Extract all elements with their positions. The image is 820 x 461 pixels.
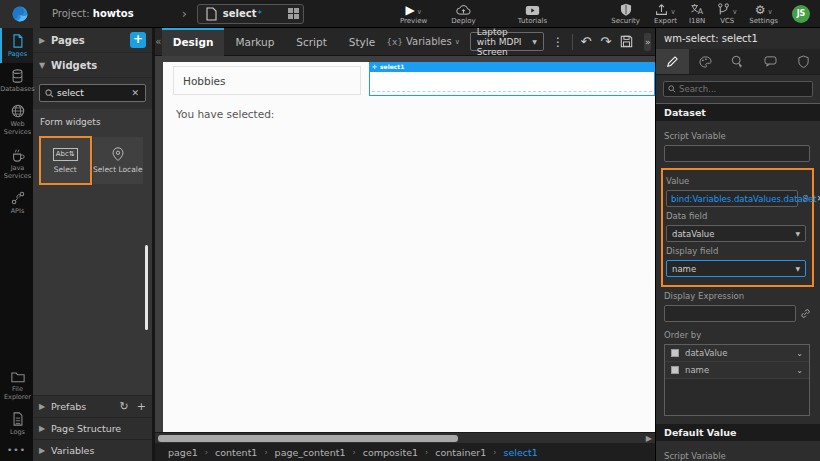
tab-events[interactable]: [722, 49, 755, 74]
user-avatar[interactable]: JS: [792, 5, 810, 23]
checkbox[interactable]: [671, 366, 679, 374]
refresh-icon[interactable]: ↻: [120, 400, 129, 413]
unsaved-indicator: *: [257, 9, 262, 19]
variables-icon: {x}: [386, 37, 403, 47]
tab-script[interactable]: Script: [285, 28, 337, 56]
order-by-row-name[interactable]: name ⌄: [665, 362, 809, 379]
add-page-button[interactable]: +: [130, 32, 146, 48]
expand-right-icon[interactable]: »: [644, 33, 651, 51]
breadcrumb-item[interactable]: page1: [168, 447, 198, 458]
breadcrumb-item[interactable]: page_content1: [275, 447, 346, 458]
clear-search-icon[interactable]: ✕: [131, 88, 145, 98]
select1-widget[interactable]: ✛ select1: [369, 62, 655, 96]
widget-tile-select[interactable]: Abc⇅ Select: [40, 137, 91, 184]
tab-design[interactable]: Design: [162, 28, 225, 56]
deploy-button[interactable]: Deploy: [451, 0, 476, 28]
bind-link-icon[interactable]: [800, 308, 811, 319]
widget-search-input[interactable]: [57, 88, 127, 98]
display-field-select[interactable]: name ▼: [666, 260, 806, 277]
page-canvas[interactable]: Hobbies ✛ select1 You have selected:: [163, 62, 655, 432]
chevron-down-icon[interactable]: ⌄: [796, 349, 803, 358]
checkbox[interactable]: [671, 349, 679, 357]
widget-tile-select-locale[interactable]: Select Locale: [93, 137, 144, 184]
widgets-section-header[interactable]: ▼ Widgets: [33, 53, 152, 78]
add-prefab-icon[interactable]: +: [137, 400, 146, 413]
location-pin-icon: [112, 147, 124, 161]
tab-style[interactable]: Style: [338, 28, 386, 56]
variables-section-header[interactable]: ▶ Variables: [33, 439, 152, 461]
data-field-label: Data field: [666, 211, 809, 221]
search-icon: [45, 89, 54, 98]
rail-item-file-explorer[interactable]: File Explorer: [0, 365, 33, 406]
undo-button[interactable]: ↶: [580, 34, 591, 49]
rail-item-web-services[interactable]: Web Services: [0, 98, 33, 141]
caret-right-icon: ▶: [39, 446, 51, 455]
i18n-button[interactable]: A I18N: [689, 0, 705, 28]
rail-item-apis[interactable]: APIs: [0, 185, 33, 220]
breadcrumb: page1 › content1 › page_content1 › compo…: [155, 443, 655, 461]
select1-selection-tag[interactable]: ✛ select1: [369, 62, 655, 71]
open-page-tab[interactable]: select *: [197, 4, 304, 24]
inspector-tabs: [656, 49, 820, 75]
bind-link-icon[interactable]: [802, 193, 809, 204]
breadcrumb-item-current[interactable]: select1: [504, 447, 538, 458]
breadcrumb-item[interactable]: content1: [215, 447, 257, 458]
settings-button[interactable]: ⚙∨ Settings: [749, 0, 778, 28]
variables-dropdown[interactable]: {x} Variables ∨: [386, 36, 460, 47]
save-button[interactable]: [620, 35, 633, 48]
chevron-right-icon: ›: [182, 6, 187, 21]
tab-styles[interactable]: [689, 49, 722, 74]
script-variable-input[interactable]: [664, 145, 810, 162]
hobbies-label-widget[interactable]: Hobbies: [173, 66, 361, 95]
chevron-down-icon[interactable]: ⌄: [796, 366, 803, 375]
rail-item-pages[interactable]: Pages: [0, 28, 33, 63]
display-expression-input[interactable]: [664, 305, 796, 322]
select1-dropdown-box[interactable]: [369, 71, 655, 96]
pages-icon: [11, 34, 24, 48]
tab-properties[interactable]: [656, 49, 689, 74]
left-rail: Pages Databases Web Services Java Servic…: [0, 28, 33, 461]
vcs-button[interactable]: ∨ VCS: [717, 0, 737, 28]
rail-more-button[interactable]: •••: [0, 441, 33, 461]
breadcrumb-item[interactable]: composite1: [363, 447, 418, 458]
prefabs-section-header[interactable]: ▶ Prefabs ↻ +: [33, 395, 152, 417]
chevron-right-icon: ›: [353, 448, 356, 457]
data-field-select[interactable]: dataValue ▼: [666, 225, 806, 242]
value-label: Value: [666, 176, 809, 186]
database-icon: [11, 69, 24, 83]
order-by-row-datavalue[interactable]: dataValue ⌄: [665, 345, 809, 362]
grid-icon[interactable]: [288, 8, 299, 19]
redo-button[interactable]: ↷: [600, 34, 611, 49]
rail-item-databases[interactable]: Databases: [0, 63, 33, 98]
widget-inspector-title: wm-select: select1: [656, 28, 820, 49]
tab-markup[interactable]: Markup: [224, 28, 285, 56]
preview-button[interactable]: ▶∨ Preview: [400, 0, 427, 28]
scrollbar-thumb[interactable]: [158, 435, 458, 442]
tutorials-button[interactable]: Tutorials: [518, 0, 547, 28]
select-widget-icon: Abc⇅: [53, 148, 78, 161]
pages-section-header[interactable]: ▶ Pages +: [33, 28, 152, 53]
collapse-left-icon[interactable]: «: [155, 36, 162, 47]
page-structure-section-header[interactable]: ▶ Page Structure: [33, 417, 152, 439]
globe-icon: [11, 104, 25, 118]
caret-down-icon: ▼: [795, 265, 800, 272]
chevron-down-icon: ∨: [455, 38, 460, 46]
value-bind-input[interactable]: bind:Variables.dataValues.dataSet ✕: [666, 190, 798, 207]
breadcrumb-item[interactable]: container1: [435, 447, 486, 458]
scroll-right-arrow[interactable]: ▶: [646, 434, 652, 443]
caret-right-icon: ▶: [39, 36, 51, 45]
chevron-right-icon: ›: [264, 448, 267, 457]
move-icon: ✛: [372, 63, 377, 70]
panel-scrollbar[interactable]: [145, 245, 148, 330]
property-search-input[interactable]: [679, 84, 789, 94]
tab-security[interactable]: [787, 49, 820, 74]
rail-item-java-services[interactable]: Java Services: [0, 142, 33, 185]
kebab-menu-icon[interactable]: ⋮: [552, 35, 564, 49]
wavemaker-logo[interactable]: [0, 0, 40, 28]
device-preview-dropdown[interactable]: Laptop with MDPI Screen ▼: [470, 32, 544, 51]
tab-messages[interactable]: [754, 49, 787, 74]
export-button[interactable]: ∨ Export: [654, 0, 677, 28]
security-button[interactable]: Security: [611, 0, 640, 28]
horizontal-scrollbar[interactable]: ▶: [155, 432, 655, 443]
rail-item-logs[interactable]: Logs: [0, 406, 33, 441]
